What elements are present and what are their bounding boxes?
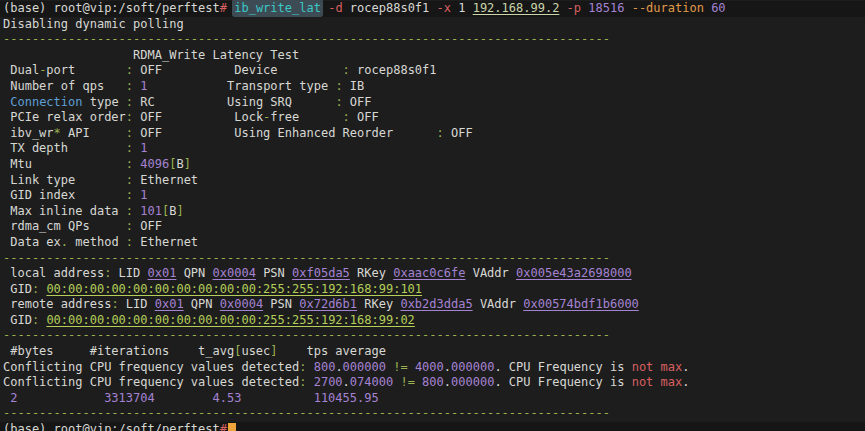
text-segment: 0x01 bbox=[155, 297, 184, 311]
text-segment: : bbox=[437, 126, 444, 140]
text-segment: ----------------------------------------… bbox=[3, 406, 610, 420]
text-segment: RKey bbox=[357, 297, 400, 311]
text-segment: -d bbox=[328, 1, 342, 15]
text-segment: . CPU Frequency is bbox=[494, 360, 631, 374]
text-segment: 2 3313704 4.53 110455.95 bbox=[3, 391, 379, 405]
text-segment: 0xf05da5 bbox=[292, 266, 350, 280]
text-segment bbox=[306, 360, 313, 374]
text-segment: : bbox=[126, 219, 133, 233]
text-segment: OFF bbox=[343, 95, 372, 109]
text-segment: . bbox=[444, 375, 451, 389]
text-segment: 0x0004 bbox=[213, 266, 256, 280]
text-segment: 000000 bbox=[451, 360, 494, 374]
text-segment: #bytes #iterations t_avg bbox=[3, 344, 234, 358]
text-segment: not max bbox=[632, 360, 683, 374]
text-segment: OFF Lock bbox=[133, 110, 263, 124]
text-segment: method bbox=[68, 235, 126, 249]
remote-gid-line: GID: 00:00:00:00:00:00:00:00:00:00:255:2… bbox=[3, 313, 865, 329]
prompt-line: (base) root@vip:/soft/perftest# bbox=[0, 422, 865, 431]
param-line: PCIe relax order: OFF Lock-free : OFF bbox=[3, 110, 865, 126]
text-segment: : bbox=[343, 110, 350, 124]
text-segment: : bbox=[335, 95, 342, 109]
text-segment: API bbox=[61, 126, 126, 140]
text-segment: : bbox=[335, 79, 342, 93]
text-segment: local address bbox=[3, 266, 104, 280]
text-segment: port bbox=[46, 63, 125, 77]
text-segment: TX depth bbox=[3, 141, 126, 155]
separator-line: ----------------------------------------… bbox=[3, 328, 865, 344]
text-segment: RC Using SRQ bbox=[133, 95, 335, 109]
text-segment: type bbox=[82, 95, 125, 109]
text-segment: ----------------------------------------… bbox=[3, 251, 610, 265]
text-segment: 60 bbox=[711, 1, 725, 15]
command-token: ib_write_lat bbox=[234, 1, 321, 15]
text-segment: Number of qps bbox=[3, 79, 126, 93]
text-segment: : bbox=[126, 235, 133, 249]
text-segment: # bbox=[220, 422, 227, 431]
text-segment: remote address bbox=[3, 297, 111, 311]
param-line: Mtu : 4096[B] bbox=[3, 157, 865, 173]
text-segment: Connection bbox=[10, 95, 82, 109]
text-segment: RDMA_Write Latency Test bbox=[3, 48, 299, 62]
param-line: rdma_cm QPs : OFF bbox=[3, 219, 865, 235]
text-segment: rocep88s0f1 bbox=[343, 1, 437, 15]
text-segment: OFF Using Enhanced Reorder bbox=[133, 126, 436, 140]
text-segment: ] bbox=[184, 157, 191, 171]
text-segment: usec bbox=[241, 344, 270, 358]
text-segment: rocep88s0f1 bbox=[350, 63, 437, 77]
text-segment: 00:00:00:00:00:00:00:00:00:00:255:255:19… bbox=[46, 313, 414, 327]
text-segment: 192.168.99.2 bbox=[473, 1, 560, 15]
text-segment: not max bbox=[632, 375, 683, 389]
param-line: TX depth : 1 bbox=[3, 141, 865, 157]
text-segment: : bbox=[126, 141, 133, 155]
separator-line: ----------------------------------------… bbox=[3, 251, 865, 267]
results-header-line: #bytes #iterations t_avg[usec] tps avera… bbox=[3, 344, 865, 360]
text-segment: 074000 bbox=[350, 375, 393, 389]
text-segment: 1 bbox=[140, 188, 147, 202]
text-segment: PCIe relax order bbox=[3, 110, 126, 124]
text-segment: GID bbox=[3, 313, 32, 327]
text-segment: : bbox=[126, 63, 133, 77]
param-line: Number of qps : 1 Transport type : IB bbox=[3, 79, 865, 95]
text-segment: B bbox=[176, 157, 183, 171]
text-segment: . bbox=[343, 375, 350, 389]
text-segment: . bbox=[682, 360, 689, 374]
text-segment: . bbox=[61, 235, 68, 249]
text-segment bbox=[559, 1, 566, 15]
text-segment: ibv_wr bbox=[3, 126, 54, 140]
text-segment: != bbox=[393, 360, 407, 374]
param-line: Connection type : RC Using SRQ : OFF bbox=[3, 95, 865, 111]
warning-line: Conflicting CPU frequency values detecte… bbox=[3, 360, 865, 376]
text-segment: Transport type bbox=[148, 79, 336, 93]
terminal[interactable]: (base) root@vip:/soft/perftest# ib_write… bbox=[0, 0, 865, 431]
text-segment: GID bbox=[3, 282, 32, 296]
text-segment: LID bbox=[119, 297, 155, 311]
text-segment: 18516 bbox=[588, 1, 624, 15]
text-segment: ] bbox=[270, 344, 277, 358]
param-line: ibv_wr* API : OFF Using Enhanced Reorder… bbox=[3, 126, 865, 142]
text-segment bbox=[306, 375, 313, 389]
param-line: Dual-port : OFF Device : rocep88s0f1 bbox=[3, 63, 865, 79]
test-title-line: RDMA_Write Latency Test bbox=[3, 48, 865, 64]
separator-line: ----------------------------------------… bbox=[3, 32, 865, 48]
text-segment: 0x005e43a2698000 bbox=[516, 266, 632, 280]
results-data-line: 2 3313704 4.53 110455.95 bbox=[3, 391, 865, 407]
status-line: Disabling dynamic polling bbox=[3, 17, 865, 33]
text-segment: 000000 bbox=[343, 360, 386, 374]
text-segment: : bbox=[126, 126, 133, 140]
text-segment: Dual bbox=[3, 63, 39, 77]
remote-address-line: remote address: LID 0x01 QPN 0x0004 PSN … bbox=[3, 297, 865, 313]
text-segment: Max inline data bbox=[3, 204, 126, 218]
param-line: Link type : Ethernet bbox=[3, 173, 865, 189]
text-segment: 0xaac0c6fe bbox=[393, 266, 465, 280]
text-segment: 1 bbox=[140, 79, 147, 93]
separator-line: ----------------------------------------… bbox=[3, 406, 865, 422]
text-segment: . bbox=[682, 375, 689, 389]
text-segment: : bbox=[126, 110, 133, 124]
text-segment: PSN bbox=[256, 266, 292, 280]
text-segment: tps average bbox=[278, 344, 386, 358]
text-segment: VAddr bbox=[473, 297, 524, 311]
text-segment: : bbox=[126, 188, 133, 202]
text-segment bbox=[408, 360, 415, 374]
text-segment: VAddr bbox=[465, 266, 516, 280]
